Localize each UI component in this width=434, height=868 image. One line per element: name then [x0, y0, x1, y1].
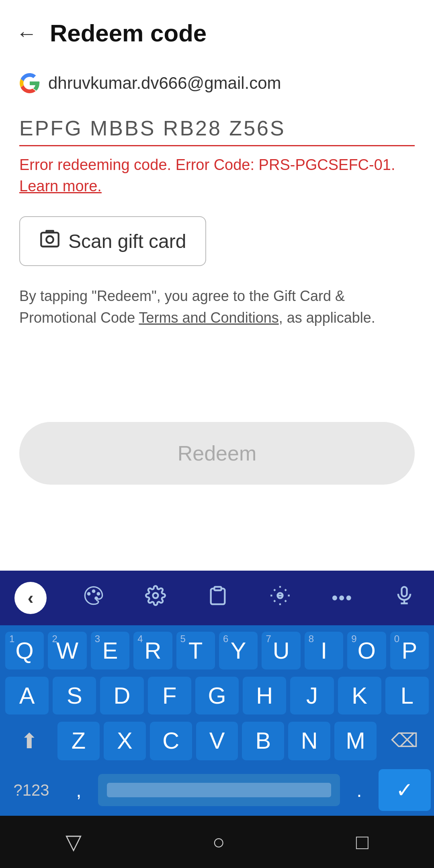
key-B[interactable]: B — [242, 722, 284, 760]
key-N[interactable]: N — [288, 722, 330, 760]
key-X[interactable]: X — [104, 722, 146, 760]
svg-point-6 — [153, 593, 158, 598]
key-L[interactable]: L — [385, 677, 429, 714]
period-label: . — [356, 780, 362, 801]
nav-home-button[interactable]: ○ — [213, 830, 225, 854]
terms-text: By tapping "Redeem", you agree to the Gi… — [19, 285, 415, 329]
key-R[interactable]: 4R — [133, 632, 172, 669]
keyboard-back-button[interactable]: ‹ — [14, 582, 47, 614]
key-U[interactable]: 7U — [262, 632, 300, 669]
keyboard: ‹ ••• 1Q 2W 3E 4R 5T 6Y 7U 8I 9O — [0, 571, 434, 816]
key-T[interactable]: 5T — [176, 632, 215, 669]
account-row: dhruvkumar.dv666@gmail.com — [19, 73, 415, 94]
key-J[interactable]: J — [290, 677, 334, 714]
key-P[interactable]: 0P — [390, 632, 429, 669]
comma-label: , — [76, 780, 81, 801]
symbols-label: ?123 — [14, 781, 49, 799]
keyboard-row-1: 1Q 2W 3E 4R 5T 6Y 7U 8I 9O 0P — [3, 630, 431, 671]
chevron-left-icon: ‹ — [28, 588, 34, 608]
key-D[interactable]: D — [100, 677, 143, 714]
checkmark-icon: ✓ — [396, 778, 414, 802]
key-M[interactable]: M — [334, 722, 377, 760]
terms-link[interactable]: Terms and Conditions — [139, 309, 279, 326]
key-H[interactable]: H — [243, 677, 286, 714]
comma-key[interactable]: , — [63, 770, 95, 810]
keyboard-key-rows: 1Q 2W 3E 4R 5T 6Y 7U 8I 9O 0P A S D F G … — [0, 625, 434, 769]
content-area: dhruvkumar.dv666@gmail.com Error redeemi… — [0, 57, 434, 329]
svg-rect-9 — [401, 587, 407, 596]
code-input-wrapper[interactable] — [19, 113, 415, 146]
camera-icon — [39, 228, 60, 254]
key-C[interactable]: C — [150, 722, 192, 760]
keyboard-cursor-button[interactable] — [265, 582, 295, 614]
keyboard-mic-button[interactable] — [389, 582, 420, 614]
symbols-key[interactable]: ?123 — [3, 772, 59, 808]
key-Q[interactable]: 1Q — [5, 632, 44, 669]
svg-point-1 — [46, 236, 53, 243]
keyboard-palette-button[interactable] — [78, 582, 109, 614]
key-I[interactable]: 8I — [305, 632, 343, 669]
key-O[interactable]: 9O — [347, 632, 386, 669]
key-Z[interactable]: Z — [57, 722, 100, 760]
enter-key[interactable]: ✓ — [379, 769, 431, 811]
backspace-key[interactable]: ⌫ — [381, 722, 429, 760]
keyboard-more-button[interactable]: ••• — [327, 585, 357, 611]
keyboard-row-3: ⬆ Z X C V B N M ⌫ — [3, 720, 431, 762]
google-logo-icon — [19, 73, 40, 94]
keyboard-row-2: A S D F G H J K L — [3, 675, 431, 716]
keyboard-settings-button[interactable] — [140, 582, 171, 614]
key-E[interactable]: 3E — [91, 632, 129, 669]
learn-more-link[interactable]: Learn more. — [19, 178, 102, 194]
redeem-button[interactable]: Redeem — [19, 422, 415, 485]
code-input[interactable] — [19, 113, 415, 146]
nav-recents-button[interactable]: □ — [356, 830, 368, 854]
key-W[interactable]: 2W — [48, 632, 86, 669]
keyboard-toolbar: ‹ ••• — [0, 571, 434, 625]
key-A[interactable]: A — [5, 677, 49, 714]
key-G[interactable]: G — [195, 677, 239, 714]
account-email: dhruvkumar.dv666@gmail.com — [48, 74, 281, 93]
svg-point-3 — [92, 590, 95, 593]
scan-gift-card-button[interactable]: Scan gift card — [19, 216, 206, 266]
key-F[interactable]: F — [148, 677, 191, 714]
svg-point-2 — [87, 592, 90, 596]
shift-key[interactable]: ⬆ — [5, 722, 53, 760]
shift-icon: ⬆ — [7, 729, 52, 753]
svg-rect-0 — [41, 233, 58, 247]
key-Y[interactable]: 6Y — [219, 632, 258, 669]
scan-gift-card-label: Scan gift card — [68, 230, 186, 252]
key-S[interactable]: S — [53, 677, 96, 714]
keyboard-clipboard-button[interactable] — [203, 582, 233, 614]
keyboard-bottom-row: ?123 , . ✓ — [0, 769, 434, 816]
page-title: Redeem code — [50, 19, 207, 47]
back-button[interactable]: ← — [16, 23, 37, 44]
svg-point-4 — [96, 592, 100, 596]
error-message: Error redeeming code. Error Code: PRS-PG… — [19, 154, 415, 197]
svg-rect-7 — [214, 587, 221, 590]
nav-bar: ▽ ○ □ — [0, 816, 434, 868]
space-key[interactable] — [98, 774, 340, 806]
key-V[interactable]: V — [196, 722, 238, 760]
backspace-icon: ⌫ — [382, 729, 427, 751]
key-K[interactable]: K — [338, 677, 381, 714]
period-key[interactable]: . — [343, 770, 375, 810]
nav-back-button[interactable]: ▽ — [66, 830, 82, 854]
redeem-area: Redeem — [0, 422, 434, 485]
header: ← Redeem code — [0, 0, 434, 57]
